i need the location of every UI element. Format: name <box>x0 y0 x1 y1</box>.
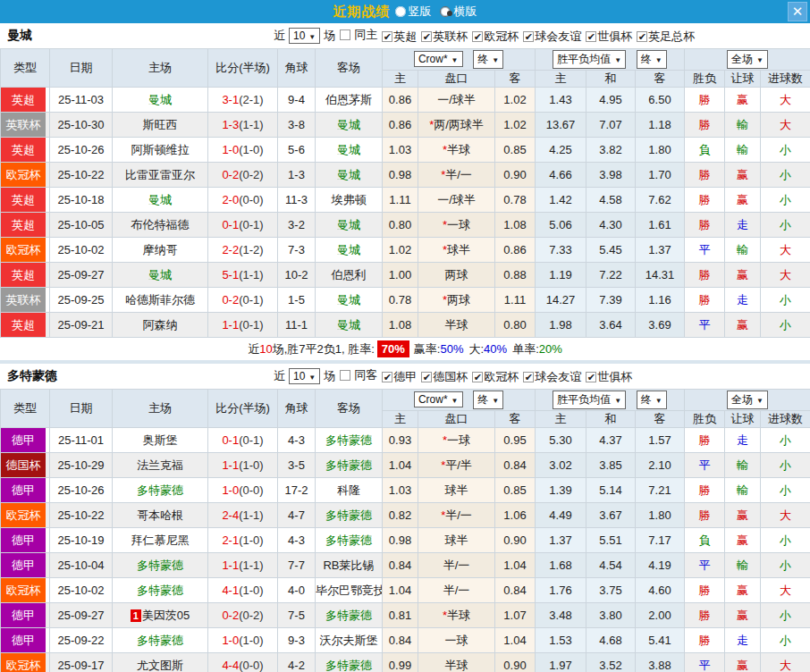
halftime-score: (0-2) <box>239 609 263 622</box>
league-badge-cell: 英超 <box>1 313 50 338</box>
col-header-type: 类型 <box>1 49 50 88</box>
games-count-select-1[interactable]: 10▼ <box>289 28 320 44</box>
avg-group-header: 胜平负均值▼ 终▼ <box>536 390 685 411</box>
goals-cell: 小 <box>761 313 810 338</box>
league-badge: 英超 <box>1 313 46 337</box>
checkbox-checked-icon: ✔ <box>382 31 392 42</box>
corner-cell: 3-2 <box>278 213 316 238</box>
result-cell: 勝 <box>685 503 725 528</box>
goals-cell: 大 <box>761 263 810 288</box>
league-filter[interactable]: ✔英足总杯 <box>632 29 695 45</box>
handicap-line: 半球 <box>445 318 468 332</box>
col-header-home: 主场 <box>113 49 208 88</box>
away-odds-cell: 1.11 <box>495 288 536 313</box>
away-team-name: 曼城 <box>337 218 360 231</box>
away-team-cell: 毕尔巴鄂竞技 <box>316 578 383 603</box>
league-filter[interactable]: ✔世俱杯 <box>581 29 632 45</box>
avg-draw-cell: 4.95 <box>586 88 636 113</box>
odds-company-select[interactable]: Crow*▼ <box>414 391 463 407</box>
league-filter[interactable]: ✔球会友谊 <box>519 29 581 45</box>
away-team-cell: 多特蒙德 <box>316 503 383 528</box>
league-filter[interactable]: ✔欧冠杯 <box>468 29 519 45</box>
home-odds-cell: 0.98 <box>383 163 418 188</box>
home-team-name: 多特蒙德 <box>137 634 183 647</box>
avg-home-cell: 1.19 <box>536 263 586 288</box>
result-cell: 平 <box>685 653 725 672</box>
halftime-score: (1-0) <box>239 634 263 647</box>
avg-away-cell: 14.31 <box>636 263 685 288</box>
avg-odds-select[interactable]: 胜平负均值▼ <box>553 391 626 409</box>
handicap-result-cell: 赢 <box>725 313 761 338</box>
odds-final-select[interactable]: 终▼ <box>473 391 503 409</box>
halftime-score: (2-1) <box>239 93 263 106</box>
layout-option-vertical[interactable]: 竖版 <box>395 4 432 20</box>
home-team-name: 拜仁慕尼黑 <box>131 533 190 547</box>
away-odds-cell: 1.08 <box>495 213 536 238</box>
handicap-line: 半/一 <box>443 584 470 597</box>
goals-flag: 大 <box>780 584 791 597</box>
scope-select[interactable]: 全场▼ <box>727 50 768 69</box>
avg-odds-select[interactable]: 胜平负均值▼ <box>553 50 626 69</box>
avg-final-select[interactable]: 终▼ <box>637 50 667 69</box>
result-cell: 勝 <box>685 263 725 288</box>
league-filter[interactable]: ✔德甲 <box>377 369 417 385</box>
filter-label: 欧冠杯 <box>484 369 519 385</box>
filter-controls-2: 近 10▼ 场 同客✔德甲✔德国杯✔欧冠杯✔球会友谊✔世俱杯 <box>274 367 632 385</box>
score-cell: 3-1(2-1) <box>208 88 278 113</box>
handicap-cell: 半/一 <box>418 553 495 578</box>
big-rate-value: 40% <box>484 342 507 356</box>
league-filter[interactable]: ✔英联杯 <box>417 29 468 45</box>
goals-cell: 小 <box>761 528 810 553</box>
league-filter[interactable]: ✔球会友谊 <box>519 369 581 385</box>
match-row: 英超25-10-18曼城2-0(0-0)11-3埃弗顿1.11一/球半0.781… <box>1 188 810 213</box>
scope-select[interactable]: 全场▼ <box>727 391 768 409</box>
league-badge-cell: 德甲 <box>1 628 50 653</box>
halftime-score: (1-0) <box>239 584 263 597</box>
avg-home-cell: 1.37 <box>536 528 586 553</box>
sub-header-avg-away: 客 <box>636 71 685 88</box>
avg-home-cell: 5.30 <box>536 428 586 453</box>
match-row: 德甲25-09-22多特蒙德1-0(1-0)9-3沃尔夫斯堡0.84一球1.04… <box>1 628 810 653</box>
league-badge: 英联杯 <box>1 288 46 312</box>
same-venue-filter[interactable]: 同主 <box>335 27 377 43</box>
team-filter-bar-2: 多特蒙德 近 10▼ 场 同客✔德甲✔德国杯✔欧冠杯✔球会友谊✔世俱杯 <box>0 364 810 389</box>
handicap-result-flag: 赢 <box>737 584 748 597</box>
team-name-2: 多特蒙德 <box>7 368 57 384</box>
odds-final-select[interactable]: 终▼ <box>473 50 503 69</box>
avg-final-select[interactable]: 终▼ <box>637 391 667 409</box>
avg-draw-cell: 5.14 <box>586 478 636 503</box>
team-name-1: 曼城 <box>7 28 32 44</box>
same-venue-filter[interactable]: 同客 <box>335 367 377 383</box>
league-filter[interactable]: ✔德国杯 <box>417 369 468 385</box>
corner-cell: 4-3 <box>278 528 316 553</box>
league-filter[interactable]: ✔欧冠杯 <box>468 369 519 385</box>
avg-draw-cell: 3.98 <box>586 163 636 188</box>
layout-option-horizontal[interactable]: 横版 <box>436 4 477 20</box>
corner-cell: 4-3 <box>278 428 316 453</box>
avg-draw-cell: 3.64 <box>586 313 636 338</box>
halftime-score: (0-0) <box>239 483 263 497</box>
games-count-select-2[interactable]: 10▼ <box>289 368 320 384</box>
league-filter[interactable]: ✔世俱杯 <box>581 369 632 385</box>
league-filter[interactable]: ✔英超 <box>377 29 417 45</box>
handicap-cell: 一球 <box>418 628 495 653</box>
match-row: 德甲25-10-04多特蒙德1-1(1-1)7-7RB莱比锡0.84半/一1.0… <box>1 553 810 578</box>
handicap-result-cell: 走 <box>725 288 761 313</box>
fulltime-score: 1-1 <box>222 318 239 332</box>
result-cell: 勝 <box>685 213 725 238</box>
titlebar: 近期战绩 竖版 横版 ✕ <box>0 0 810 23</box>
avg-draw-cell: 3.52 <box>586 653 636 672</box>
result-cell: 勝 <box>685 603 725 628</box>
handicap-result-cell: 走 <box>725 428 761 453</box>
avg-draw-cell: 7.07 <box>586 113 636 138</box>
odds-company-select[interactable]: Crow*▼ <box>414 51 463 67</box>
league-badge-cell: 英超 <box>1 188 50 213</box>
checkbox-checked-icon: ✔ <box>421 31 432 42</box>
league-badge-cell: 德甲 <box>1 603 50 628</box>
single-rate-value: 20% <box>539 342 562 356</box>
league-badge: 英超 <box>1 88 46 112</box>
fulltime-score: 0-2 <box>222 609 239 622</box>
summary-record: 场,胜7平2负1, 胜率: <box>273 342 375 356</box>
close-button[interactable]: ✕ <box>788 2 807 21</box>
match-date-cell: 25-09-17 <box>50 653 113 672</box>
